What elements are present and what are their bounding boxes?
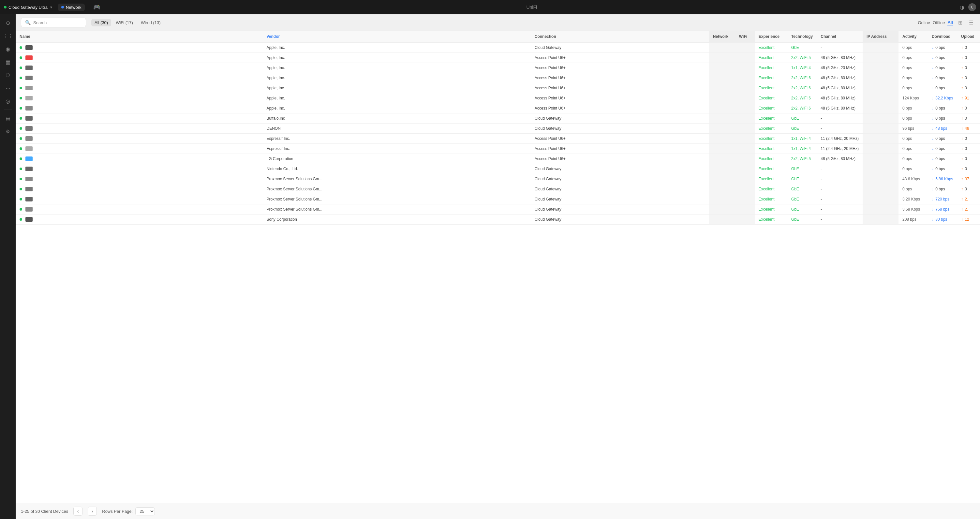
sidebar-item-users[interactable]: ⚇ (2, 69, 14, 81)
cell-technology: GbE (788, 164, 817, 174)
search-box[interactable]: 🔍 (21, 18, 86, 27)
table-row[interactable]: Espressif Inc. Access Point U6+ Excellen… (16, 144, 980, 154)
col-header-connection[interactable]: Connection (531, 31, 709, 42)
cell-connection: Access Point U6+ (531, 63, 709, 73)
cell-technology: 1x1, WiFi 4 (788, 63, 817, 73)
filter-tab-all[interactable]: All (30) (91, 19, 111, 26)
sidebar-item-cameras[interactable]: ▦ (2, 56, 14, 68)
cell-channel: 48 (5 GHz, 80 MHz) (817, 154, 862, 164)
table-row[interactable]: Buffalo.Inc Cloud Gateway ... Excellent … (16, 113, 980, 124)
col-header-experience[interactable]: Experience (755, 31, 788, 42)
prev-page-button[interactable]: ‹ (73, 506, 83, 516)
status-online[interactable]: Online (918, 20, 930, 25)
table-row[interactable]: Apple, Inc. Cloud Gateway ... Excellent … (16, 42, 980, 53)
sidebar-item-topology[interactable]: ⋮⋮ (2, 30, 14, 42)
cell-network (709, 154, 735, 164)
table-row[interactable]: Apple, Inc. Access Point U6+ Excellent 2… (16, 53, 980, 63)
view-options-icon[interactable]: ☰ (967, 18, 975, 27)
column-toggle-icon[interactable]: ⊞ (957, 18, 964, 27)
cell-upload: ↑ 0 (957, 42, 980, 53)
sidebar-item-settings[interactable]: ⚙ (2, 126, 14, 137)
table-row[interactable]: Proxmox Server Solutions Gm... Cloud Gat… (16, 204, 980, 215)
upload-value: 2. (965, 207, 968, 212)
cell-wifi (735, 73, 755, 83)
cell-connection: Access Point U6+ (531, 93, 709, 103)
col-header-upload[interactable]: Upload (957, 31, 980, 42)
filter-tab-wired[interactable]: Wired (13) (138, 19, 164, 26)
cell-ip (862, 63, 899, 73)
sidebar-item-clients[interactable]: ◉ (2, 43, 14, 55)
nav-network-label: Network (66, 5, 81, 10)
status-dot (19, 137, 22, 140)
cell-ip (862, 164, 899, 174)
sidebar-item-logs[interactable]: ▤ (2, 113, 14, 124)
table-row[interactable]: Proxmox Server Solutions Gm... Cloud Gat… (16, 174, 980, 184)
cell-name (16, 154, 262, 164)
table-row[interactable]: DENON Cloud Gateway ... Excellent GbE - … (16, 124, 980, 134)
cell-technology: GbE (788, 204, 817, 215)
nav-protect[interactable]: 🎮 (90, 2, 104, 12)
device-icon (25, 187, 33, 191)
table-row[interactable]: Sony Corporation Cloud Gateway ... Excel… (16, 215, 980, 224)
contrast-toggle[interactable]: ◑ (960, 4, 964, 10)
col-header-activity[interactable]: Activity (899, 31, 928, 42)
cell-vendor: LG Corporation (262, 154, 530, 164)
user-avatar[interactable]: U (968, 3, 976, 11)
table-row[interactable]: Proxmox Server Solutions Gm... Cloud Gat… (16, 194, 980, 204)
download-value: 768 bps (935, 207, 949, 212)
table-row[interactable]: Apple, Inc. Access Point U6+ Excellent 2… (16, 83, 980, 93)
cell-ip (862, 42, 899, 53)
table-row[interactable]: Apple, Inc. Access Point U6+ Excellent 2… (16, 103, 980, 113)
table-row[interactable]: Nintendo Co., Ltd. Cloud Gateway ... Exc… (16, 164, 980, 174)
rows-per-page-select[interactable]: 25 50 100 (135, 507, 155, 516)
download-arrow-icon: ↓ (932, 136, 934, 141)
status-offline[interactable]: Offline (933, 20, 945, 25)
cell-wifi (735, 103, 755, 113)
col-header-wifi[interactable]: WiFi (735, 31, 755, 42)
cell-connection: Cloud Gateway ... (531, 42, 709, 53)
cell-channel: - (817, 42, 862, 53)
users-icon: ⚇ (6, 72, 10, 78)
footer: 1-25 of 30 Client Devices ‹ › Rows Per P… (16, 503, 980, 519)
filter-tab-wifi[interactable]: WiFi (17) (113, 19, 136, 26)
col-header-channel[interactable]: Channel (817, 31, 862, 42)
sidebar-item-threats[interactable]: ⋯ (2, 82, 14, 94)
table-row[interactable]: LG Corporation Access Point U6+ Excellen… (16, 154, 980, 164)
table-row[interactable]: Proxmox Server Solutions Gm... Cloud Gat… (16, 184, 980, 194)
table-row[interactable]: Apple, Inc. Access Point U6+ Excellent 2… (16, 73, 980, 83)
download-arrow-icon: ↓ (932, 177, 934, 181)
device-selector[interactable]: Cloud Gateway Ultra ▼ (4, 5, 53, 10)
col-header-vendor[interactable]: Vendor ↑ (262, 31, 530, 42)
sidebar-item-map[interactable]: ◎ (2, 95, 14, 107)
nav-network[interactable]: Network (58, 3, 85, 11)
table-row[interactable]: Apple, Inc. Access Point U6+ Excellent 1… (16, 63, 980, 73)
cell-channel: 48 (5 GHz, 80 MHz) (817, 73, 862, 83)
cell-wifi (735, 124, 755, 134)
cell-network (709, 103, 735, 113)
cell-experience: Excellent (755, 83, 788, 93)
cell-ip (862, 215, 899, 224)
cell-channel: 11 (2.4 GHz, 20 MHz) (817, 144, 862, 154)
table-row[interactable]: Apple, Inc. Access Point U6+ Excellent 2… (16, 93, 980, 103)
cell-vendor: Espressif Inc. (262, 134, 530, 144)
status-all[interactable]: All (947, 20, 953, 25)
app-title: UniFi (109, 5, 955, 10)
next-page-button[interactable]: › (88, 506, 97, 516)
col-header-name[interactable]: Name (16, 31, 262, 42)
sidebar-item-dashboard[interactable]: ⊙ (2, 17, 14, 29)
col-header-ip[interactable]: IP Address (862, 31, 899, 42)
col-header-technology[interactable]: Technology (788, 31, 817, 42)
col-header-download[interactable]: Download (928, 31, 957, 42)
cell-download: ↓ 5.86 Kbps (928, 174, 957, 184)
download-value: 0 bps (935, 167, 945, 171)
download-value: 0 bps (935, 86, 945, 90)
protect-icon: 🎮 (93, 3, 100, 11)
search-input[interactable] (33, 20, 82, 25)
download-arrow-icon: ↓ (932, 156, 934, 161)
download-arrow-icon: ↓ (932, 197, 934, 201)
device-icon (25, 96, 33, 100)
cell-activity: 3.58 Kbps (899, 204, 928, 215)
cell-wifi (735, 204, 755, 215)
col-header-network[interactable]: Network (709, 31, 735, 42)
table-row[interactable]: Espressif Inc. Access Point U6+ Excellen… (16, 134, 980, 144)
